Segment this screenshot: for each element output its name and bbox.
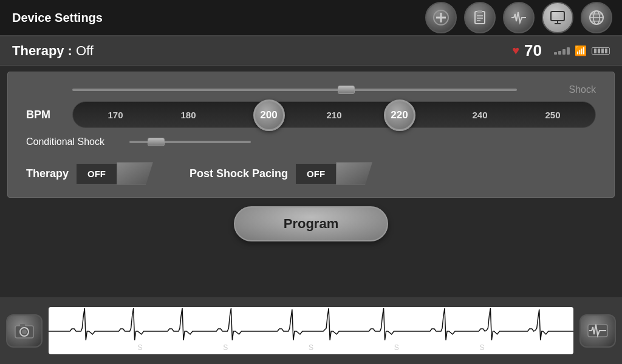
therapy-toggle-visual [117, 162, 153, 185]
post-shock-toggle-group: Post Shock Pacing OFF [190, 162, 372, 185]
therapy-toggle-group: Therapy OFF [26, 162, 153, 185]
shock-slider-row: Shock [26, 84, 596, 95]
s-labels: S S S S S [49, 343, 573, 352]
bpm-scale-container: 170180190200210220230240250 [72, 101, 596, 128]
shock-label: Shock [559, 84, 596, 95]
conditional-shock-label: Conditional Shock [26, 136, 129, 147]
shock-slider-track[interactable] [72, 85, 553, 95]
conditional-shock-row: Conditional Shock [26, 136, 596, 147]
top-bar: Device Settings [0, 0, 622, 36]
post-shock-toggle-visual [336, 162, 372, 185]
wifi-icon: 📶 [575, 45, 587, 56]
s-marker-3: S [309, 343, 313, 352]
therapy-off-btn[interactable]: OFF [76, 163, 117, 184]
post-shock-toggle-label: Post Shock Pacing [190, 167, 288, 180]
s-marker-2: S [223, 343, 228, 352]
program-btn-row: Program [0, 206, 622, 241]
svg-rect-19 [20, 324, 25, 327]
post-shock-off-btn[interactable]: OFF [295, 163, 336, 184]
page-title: Device Settings [12, 11, 422, 25]
bpm-value-240: 240 [472, 110, 487, 120]
toggles-row: Therapy OFF Post Shock Pacing OFF [26, 162, 596, 185]
bpm-selected-200[interactable]: 200 [253, 99, 285, 131]
svg-point-18 [22, 329, 27, 334]
svg-rect-8 [551, 12, 564, 21]
bpm-value-180: 180 [180, 110, 196, 120]
bottom-area: S S S S S [0, 297, 622, 364]
therapy-toggle-switch[interactable]: OFF [76, 162, 153, 185]
conditional-shock-slider-thumb[interactable] [148, 138, 165, 146]
add-button[interactable] [425, 2, 457, 33]
main-panel: Shock BPM 170180190200210220230240250 Co… [7, 72, 615, 198]
therapy-header: Therapy : Off ♥ 70 📶 [0, 36, 622, 66]
svg-rect-3 [475, 12, 485, 24]
bpm-value-170: 170 [108, 110, 123, 120]
heart-rate-display: ♥ 70 📶 [512, 41, 610, 60]
svg-rect-4 [477, 10, 482, 13]
bpm-row: BPM 170180190200210220230240250 [26, 101, 596, 128]
conditional-shock-slider-track[interactable] [129, 137, 251, 147]
heart-rate-value: 70 [524, 41, 542, 60]
program-button[interactable]: Program [234, 206, 388, 241]
signal-indicators: 📶 [552, 45, 610, 56]
therapy-separator: : [68, 43, 72, 59]
globe-button[interactable] [581, 2, 612, 33]
s-marker-4: S [394, 343, 399, 352]
therapy-toggle-label: Therapy [26, 167, 69, 180]
clipboard-button[interactable] [464, 2, 496, 33]
bpm-area: Shock BPM 170180190200210220230240250 Co… [26, 84, 596, 147]
bpm-selected-220[interactable]: 220 [384, 99, 415, 131]
therapy-label: Therapy [12, 43, 64, 59]
shock-slider-thumb[interactable] [338, 86, 355, 94]
ecg-camera-button[interactable] [6, 314, 43, 348]
ecg-display-container: S S S S S [49, 307, 573, 354]
s-marker-5: S [480, 343, 485, 352]
shock-slider-line [72, 89, 517, 91]
therapy-status: Off [76, 43, 94, 59]
bpm-scale: 170180190200210220230240250 [72, 101, 596, 128]
bpm-value-210: 210 [326, 110, 341, 120]
battery-icon [592, 47, 610, 55]
post-shock-toggle-switch[interactable]: OFF [295, 162, 372, 185]
ecg-waveform-button[interactable] [579, 314, 616, 348]
bpm-value-250: 250 [545, 110, 560, 120]
bpm-label: BPM [26, 109, 63, 121]
heart-icon: ♥ [512, 44, 519, 58]
monitor-button[interactable] [542, 2, 573, 33]
s-marker-1: S [137, 343, 142, 352]
waveform-button[interactable] [503, 2, 535, 33]
